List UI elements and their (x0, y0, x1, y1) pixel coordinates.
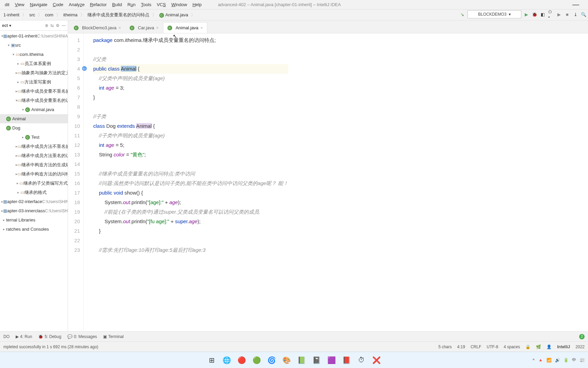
todo-tab[interactable]: DO (3, 334, 10, 339)
code-line[interactable]: System.out.println("[fu age]:" + super.a… (93, 217, 288, 226)
build-hammer-icon[interactable]: ↘ (459, 11, 466, 17)
crumb-1[interactable]: src (27, 12, 37, 18)
taskbar-app[interactable]: 📕 (340, 354, 353, 366)
crumb-3[interactable]: itheima (61, 12, 80, 18)
status-indent[interactable]: 4 spaces (504, 344, 520, 349)
tree-node[interactable]: ▸CTest (0, 133, 68, 142)
run-button[interactable]: ▶ (523, 11, 529, 17)
settings-icon[interactable]: ⚙ (56, 23, 60, 28)
code-line[interactable]: System.out.println("[age]:" + age); (93, 198, 288, 207)
code-line[interactable]: //父类 (93, 55, 288, 64)
project-tree[interactable]: ▾▦ apter-01-inherit C:\Users\SHINIAN▾▣ s… (0, 31, 68, 234)
taskbar-app[interactable]: 🟢 (250, 354, 263, 366)
profile-button[interactable]: ⏲▾ (548, 11, 554, 17)
taskbar-app[interactable]: 📓 (310, 354, 323, 366)
code-line[interactable]: int age = 3; (93, 83, 288, 93)
locate-icon[interactable]: ⊕ (45, 23, 48, 28)
editor-tab[interactable]: CCar.java× (125, 22, 163, 33)
crumb-0[interactable]: 1-inherit (1, 12, 21, 18)
taskbar-app[interactable]: 🔴 (235, 354, 248, 366)
tree-node[interactable]: ▸▭ 方法重写案例 (0, 77, 68, 87)
menu-view[interactable]: View (12, 1, 27, 8)
tree-node[interactable]: ▸▭ 继承的格式 (0, 188, 68, 197)
code-line[interactable]: //前提:(在子类的类中)通过super.父类成员变量名可以访问父类的成员. (93, 207, 288, 217)
tree-node[interactable]: ▸▭ 员工体系案例 (0, 59, 68, 68)
menu-edit[interactable]: dit (2, 1, 12, 8)
crumb-2[interactable]: com (43, 12, 55, 18)
tree-node[interactable]: CAnimal (0, 114, 68, 123)
menu-navigate[interactable]: Navigate (27, 1, 50, 8)
tray-icon[interactable]: 🔺 (538, 358, 543, 363)
tree-node[interactable]: ▸ternal Libraries (0, 215, 68, 225)
debug-button[interactable]: 🐞 (532, 11, 538, 17)
code-line[interactable] (93, 159, 288, 169)
code-line[interactable]: } (93, 226, 288, 236)
code-line[interactable]: //继承中成员变量重名的访问特点:类中访问 (93, 169, 288, 179)
taskbar-app[interactable]: ❌ (370, 354, 382, 366)
code-line[interactable]: } (93, 93, 288, 102)
terminal-tab[interactable]: ▣ Terminal (103, 334, 124, 339)
tree-node[interactable]: CDog (0, 123, 68, 133)
menu-vcs[interactable]: VCS (154, 1, 169, 8)
status-caret-pos[interactable]: 4:19 (457, 344, 465, 349)
tray-icon[interactable]: 📶 (546, 358, 552, 363)
system-tray[interactable]: ^🔺📶🔊🔋中📰 (533, 357, 585, 363)
event-log-badge[interactable]: 2 (579, 334, 585, 339)
tray-icon[interactable]: 🔋 (564, 358, 569, 363)
code-line[interactable]: int age = 5; (93, 140, 288, 150)
attach-button[interactable]: ▶ (556, 11, 562, 17)
status-eol[interactable]: CRLF (471, 344, 481, 349)
readonly-lock-icon[interactable]: 🔒 (525, 344, 530, 349)
tray-icon[interactable]: 📰 (579, 358, 585, 363)
code-line[interactable]: public class Animal { (93, 64, 288, 74)
tree-node[interactable]: ▾▭ 继承中成员变量重名的访问特点 (0, 96, 68, 105)
taskbar-app[interactable]: ⊞ (206, 354, 218, 366)
close-icon[interactable]: × (118, 26, 121, 30)
window-minimize[interactable]: — (566, 1, 586, 9)
tree-node[interactable]: ▸▭ 继承中成员方法不重名的访问特 (0, 142, 68, 151)
tree-node[interactable]: ▾▣ src (0, 41, 68, 50)
code-line[interactable]: //需求:先打印age:10再打印age:5最后打印age:3 (93, 245, 288, 255)
stop-button[interactable]: ■ (564, 11, 570, 17)
tree-node[interactable]: ▸▭ 继承的子父类编写方式 (0, 179, 68, 188)
git-branch-icon[interactable]: 🌿 (536, 344, 541, 349)
tray-icon[interactable]: 🔊 (555, 358, 560, 363)
tray-icon[interactable]: ^ (533, 358, 535, 363)
tree-node[interactable]: ▸▦ apter-02-interface C:\Users\SHIN (0, 197, 68, 206)
menu-window[interactable]: Window (168, 1, 190, 8)
menu-build[interactable]: Build (110, 1, 125, 8)
run-config-dropdown[interactable]: BLOCKDEMO3 ▾ (468, 10, 521, 18)
tree-node[interactable]: ▾▭ com.itheima (0, 50, 68, 59)
taskbar-app[interactable]: 🌐 (220, 354, 233, 366)
menu-refactor[interactable]: Refactor (87, 1, 109, 8)
status-encoding[interactable]: UTF-8 (487, 344, 498, 349)
tree-node[interactable]: ▸▭ 继承中成员方法重名的访问特点 (0, 151, 68, 160)
tree-node[interactable]: ▸ratches and Consoles (0, 225, 68, 234)
menu-code[interactable]: Code (50, 1, 66, 8)
tree-node[interactable]: ▸▭ 抽象类与抽象方法的定义 (0, 68, 68, 77)
git-update-icon[interactable]: ⤓ (572, 11, 578, 17)
hide-icon[interactable]: — (62, 23, 66, 28)
debug-tab[interactable]: 🐞 5: Debug (38, 334, 61, 339)
taskbar-app[interactable]: 🌀 (265, 354, 278, 366)
tray-icon[interactable]: 中 (572, 357, 576, 363)
code-line[interactable] (93, 45, 288, 55)
code-line[interactable]: //子类中声明的成员变量(age) (93, 131, 288, 140)
menu-analyze[interactable]: Analyze (66, 1, 87, 8)
editor-body[interactable]: 1234o↓567891011121314151617181920212223 … (68, 33, 588, 331)
editor-tab[interactable]: CAnimal.java× (163, 22, 207, 33)
close-icon[interactable]: × (156, 26, 159, 30)
coverage-button[interactable]: ◧ (540, 11, 546, 17)
tree-node[interactable]: ▸▦ apter-03-innerclass C:\Users\SHIN (0, 206, 68, 215)
code-line[interactable]: package com.itheima.继承中成员变量重名的访问特点; (93, 35, 288, 45)
run-tab[interactable]: ▶ 4: Run (16, 334, 32, 339)
crumb-5[interactable]: CAnimal.java (157, 12, 190, 18)
code-line[interactable] (93, 236, 288, 245)
close-icon[interactable]: × (200, 26, 203, 30)
taskbar-app[interactable]: 📗 (295, 354, 308, 366)
crumb-4[interactable]: 继承中成员变量重名的访问特点 (85, 11, 151, 19)
code-line[interactable] (93, 102, 288, 112)
tree-node[interactable]: ▸▭ 继承中构造方法的生成规范 (0, 160, 68, 169)
taskbar-app[interactable]: ⏱ (355, 354, 368, 366)
tree-node[interactable]: ▸▭ 继承中构造方法的访问特点 (0, 169, 68, 179)
